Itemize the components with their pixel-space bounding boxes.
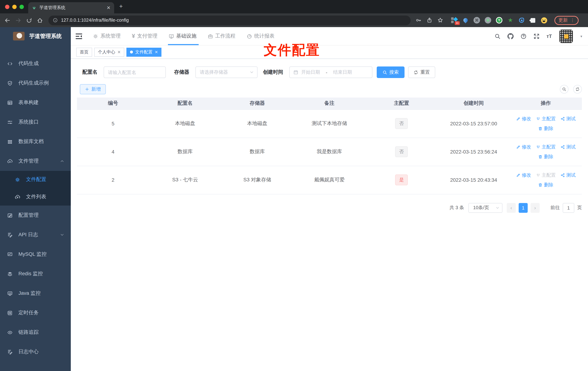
sidebar-item-config-management[interactable]: 配置管理 (0, 206, 71, 225)
sidebar-fold-icon[interactable] (75, 33, 82, 39)
extension-star-icon[interactable]: ★ (507, 17, 514, 23)
sidebar-item-file-config[interactable]: 文件配置 (0, 171, 71, 188)
sidebar-item-label: Java 监控 (18, 290, 41, 297)
extension-pin-icon[interactable] (462, 17, 469, 23)
date-range-picker[interactable]: 开始日期 - 结束日期 (289, 66, 372, 78)
table-refresh-button[interactable] (573, 85, 582, 94)
master-config-action[interactable]: 主配置 (536, 116, 556, 122)
next-page-button[interactable]: › (531, 203, 540, 212)
gear-icon (15, 177, 20, 182)
browser-update-button[interactable]: 更新 ⋮ (554, 16, 579, 25)
code-icon (7, 61, 13, 66)
edit-action[interactable]: 修改 (516, 144, 531, 150)
test-action[interactable]: 测试 (560, 116, 576, 122)
search-icon[interactable] (494, 33, 501, 39)
sidebar-item-label: 数据库文档 (18, 138, 44, 145)
sidebar-item-db-doc[interactable]: 数据库文档 (0, 132, 71, 151)
reset-button[interactable]: 重置 (408, 66, 435, 78)
page-number-active[interactable]: 1 (519, 203, 528, 212)
user-avatar[interactable] (559, 29, 574, 43)
site-info-icon[interactable] (53, 18, 58, 23)
sidebar-item-mysql-monitor[interactable]: MySQL 监控 (0, 244, 71, 264)
delete-action[interactable]: 删除 (538, 181, 553, 188)
sidebar-item-file-management[interactable]: 文件管理 (0, 151, 71, 171)
fullscreen-icon[interactable] (534, 33, 540, 39)
master-config-action[interactable]: 主配置 (536, 144, 556, 150)
sidebar-item-api-log[interactable]: API 日志 (0, 225, 71, 244)
test-action[interactable]: 测试 (560, 144, 576, 150)
url-bar[interactable]: 127.0.0.1:1024/infra/file/file-config (48, 15, 411, 25)
tag-close-icon[interactable]: ✕ (155, 50, 158, 54)
github-icon[interactable] (507, 33, 514, 39)
test-action[interactable]: 测试 (560, 172, 576, 178)
tag-close-icon[interactable]: ✕ (117, 50, 121, 54)
extension-recorder-icon[interactable] (485, 17, 491, 23)
schedule-icon (7, 310, 13, 316)
reload-icon[interactable] (26, 17, 32, 23)
edit-action[interactable]: 修改 (516, 116, 531, 122)
sidebar-item-system-api[interactable]: 系统接口 (0, 112, 71, 132)
extension-eye-icon[interactable] (518, 17, 525, 23)
extension-tampermonkey-icon[interactable]: 11 (451, 17, 458, 23)
app-logo-row[interactable]: 芋道管理系统 (0, 27, 71, 45)
storage-select[interactable]: 请选择存储器 (195, 66, 258, 78)
extension-emoji-icon[interactable] (541, 17, 547, 23)
window-close-button[interactable] (5, 5, 9, 9)
extension-y-icon[interactable]: Y (496, 17, 502, 23)
sidebar-item-java-monitor[interactable]: Java 监控 (0, 284, 71, 303)
sidebar-item-form-builder[interactable]: 表单构建 (0, 93, 71, 112)
edit-action[interactable]: 修改 (516, 172, 531, 178)
window-minimize-button[interactable] (12, 5, 17, 9)
back-icon[interactable] (4, 17, 10, 23)
tag-file-config[interactable]: 文件配置 ✕ (126, 47, 161, 56)
add-button[interactable]: 新增 (80, 84, 106, 94)
table-search-button[interactable] (560, 85, 568, 94)
browser-tab[interactable]: 芋道管理系统 ✕ (28, 2, 114, 13)
nav-item-infrastructure[interactable]: 基础设施 (169, 27, 197, 45)
extension-command-icon[interactable]: ⌘ (473, 17, 480, 23)
sidebar-item-code-gen-demo[interactable]: 代码生成示例 (0, 73, 71, 93)
sidebar-item-scheduled-tasks[interactable]: 定时任务 (0, 303, 71, 323)
pagination: 共 3 条 10条/页 ‹ 1 › 前往 页 (77, 203, 582, 212)
config-name-input[interactable] (104, 66, 166, 78)
table-row: 4 数据库 数据库 我是数据库 否 2022-03-15 23:56:24 修改… (77, 138, 582, 166)
nav-item-system[interactable]: 系统管理 (93, 27, 121, 45)
page-size-select[interactable]: 10条/页 (468, 203, 502, 212)
pencil-icon (516, 145, 520, 149)
tab-close-icon[interactable]: ✕ (106, 5, 111, 11)
tag-profile[interactable]: 个人中心 ✕ (94, 47, 124, 56)
forward-icon[interactable] (15, 17, 21, 23)
font-size-icon[interactable]: ᴛT (546, 33, 552, 39)
help-icon[interactable] (520, 33, 527, 39)
sidebar-item-code-gen[interactable]: 代码生成 (0, 54, 71, 73)
sidebar-item-tracing[interactable]: 链路追踪 (0, 323, 71, 342)
tag-home[interactable]: 首页 (76, 47, 92, 56)
extension-puzzle-icon[interactable] (529, 17, 536, 23)
favicon-plant-icon (32, 5, 36, 10)
caret-down-icon[interactable]: ▾ (580, 34, 582, 38)
search-button[interactable]: 搜索 (377, 66, 405, 78)
nav-item-workflow[interactable]: 工作流程 (208, 27, 235, 45)
sliders-icon (7, 119, 13, 125)
url-text[interactable]: 127.0.0.1:1024/infra/file/file-config (61, 18, 129, 23)
new-tab-button[interactable]: + (119, 3, 123, 10)
extensions-bar: 11 ⌘ Y ★ (451, 17, 547, 23)
sidebar-item-log-center[interactable]: 日志中心 (0, 342, 71, 362)
password-key-icon[interactable] (416, 17, 421, 23)
master-tag: 否 (395, 118, 408, 129)
update-label: 更新 (558, 17, 568, 23)
doc-edit-icon (7, 232, 13, 237)
share-icon[interactable] (427, 17, 432, 23)
prev-page-button[interactable]: ‹ (507, 203, 516, 212)
bookmark-star-icon[interactable] (437, 17, 443, 23)
chart-monitor-icon (7, 252, 13, 257)
sidebar-item-redis-monitor[interactable]: Redis 监控 (0, 264, 71, 284)
goto-page-input[interactable] (563, 203, 574, 212)
browser-menu-icon[interactable]: ⋮ (570, 18, 575, 23)
window-zoom-button[interactable] (20, 5, 24, 9)
delete-action[interactable]: 删除 (538, 153, 553, 160)
sidebar-item-file-list[interactable]: 文件列表 (0, 188, 71, 206)
home-icon[interactable] (37, 17, 43, 23)
delete-action[interactable]: 删除 (538, 125, 553, 132)
nav-item-payment[interactable]: ¥ 支付管理 (132, 27, 158, 45)
